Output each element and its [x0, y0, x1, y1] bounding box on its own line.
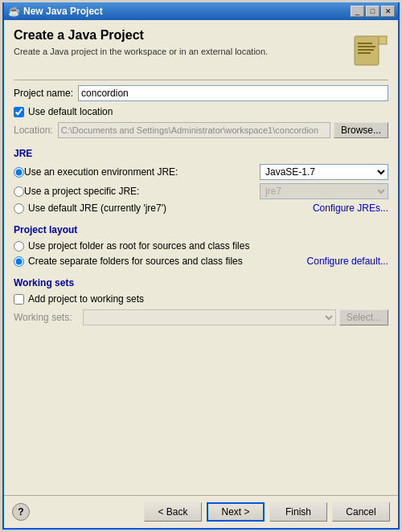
browse-button[interactable]: Browse...	[334, 122, 388, 138]
default-location-label: Use default location	[28, 106, 113, 117]
jre-specific-select: jre7	[260, 183, 388, 199]
jre-option1-row: Use an execution environment JRE: JavaSE…	[14, 164, 388, 180]
default-location-row: Use default location	[14, 106, 388, 117]
layout-option1-radio[interactable]	[14, 241, 24, 252]
page-subtitle: Create a Java project in the workspace o…	[14, 46, 342, 58]
layout-option2-row: Create separate folders for sources and …	[14, 256, 388, 267]
next-button[interactable]: Next >	[207, 502, 265, 522]
jre-option3-radio[interactable]	[14, 203, 24, 214]
jre-option2-label: Use a project specific JRE:	[24, 186, 255, 197]
default-location-checkbox[interactable]	[14, 107, 24, 117]
layout-option2-label: Create separate folders for sources and …	[28, 256, 307, 267]
window-controls: _ □ ✕	[351, 6, 395, 17]
jre-option1-label: Use an execution environment JRE:	[24, 166, 255, 178]
form-area: Project name: Use default location Locat…	[14, 85, 388, 487]
window-title: New Java Project	[23, 6, 351, 17]
jre-option1-radio[interactable]	[14, 167, 24, 178]
page-title: Create a Java Project	[14, 28, 342, 43]
working-sets-checkbox-row: Add project to working sets	[14, 293, 388, 305]
minimize-button[interactable]: _	[351, 6, 364, 17]
jre-option2-row: Use a project specific JRE: jre7	[14, 183, 388, 199]
dialog-buttons: < Back Next > Finish Cancel	[144, 502, 390, 522]
bottom-bar: ? < Back Next > Finish Cancel	[4, 495, 398, 528]
working-sets-checkbox-label: Add project to working sets	[28, 293, 144, 305]
project-layout-title: Project layout	[14, 224, 388, 235]
working-sets-title: Working sets	[14, 277, 388, 289]
help-button[interactable]: ?	[12, 503, 30, 521]
back-button[interactable]: < Back	[144, 502, 202, 522]
header-text: Create a Java Project Create a Java proj…	[14, 28, 342, 58]
jre-option2-radio[interactable]	[14, 186, 24, 197]
configure-default-link[interactable]: Configure default...	[307, 256, 388, 267]
svg-rect-2	[379, 36, 387, 44]
jre-option3-row: Use default JRE (currently 'jre7') Confi…	[14, 203, 388, 214]
jre-option3-label: Use default JRE (currently 'jre7')	[28, 203, 313, 214]
location-input	[58, 122, 330, 138]
location-row: Location: Browse...	[14, 122, 388, 138]
jre-section-title: JRE	[14, 148, 388, 159]
configure-jres-link[interactable]: Configure JREs...	[313, 203, 388, 214]
svg-rect-4	[358, 46, 375, 47]
working-sets-label: Working sets:	[14, 312, 78, 323]
project-name-label: Project name:	[14, 88, 73, 99]
svg-rect-6	[358, 52, 371, 54]
location-label: Location:	[14, 125, 53, 136]
window-icon: ☕	[7, 5, 20, 18]
jre-environment-select[interactable]: JavaSE-1.7	[260, 164, 388, 180]
working-sets-select	[83, 309, 336, 325]
project-name-input[interactable]	[78, 85, 388, 101]
svg-rect-5	[358, 49, 374, 51]
working-sets-row: Working sets: Select...	[14, 309, 388, 325]
select-button[interactable]: Select...	[339, 309, 388, 325]
finish-button[interactable]: Finish	[269, 502, 327, 522]
main-window: ☕ New Java Project _ □ ✕ Create a Java P…	[2, 2, 400, 530]
working-sets-checkbox[interactable]	[14, 294, 24, 305]
layout-option1-label: Use project folder as root for sources a…	[28, 240, 388, 252]
title-bar: ☕ New Java Project _ □ ✕	[4, 2, 398, 20]
maximize-button[interactable]: □	[366, 6, 379, 17]
layout-option2-radio[interactable]	[14, 256, 24, 267]
page-header: Create a Java Project Create a Java proj…	[14, 28, 388, 67]
project-name-row: Project name:	[14, 85, 388, 101]
dialog-content: Create a Java Project Create a Java proj…	[4, 20, 398, 495]
close-button[interactable]: ✕	[381, 6, 395, 17]
cancel-button[interactable]: Cancel	[332, 502, 390, 522]
header-separator	[14, 80, 388, 80]
svg-rect-3	[358, 43, 372, 44]
page-icon	[350, 28, 388, 67]
layout-option1-row: Use project folder as root for sources a…	[14, 240, 388, 252]
